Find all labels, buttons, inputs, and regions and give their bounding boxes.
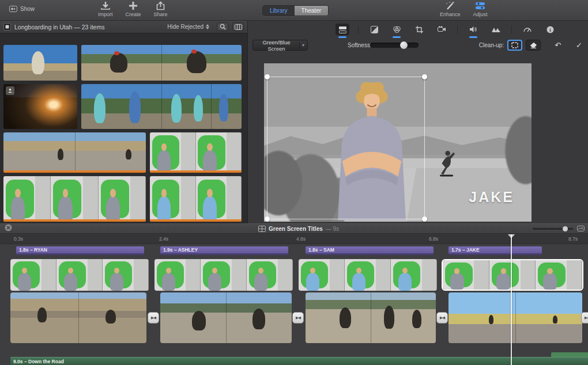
share-label: Share (154, 12, 168, 17)
slider-knob[interactable] (400, 41, 408, 49)
greenscreen-frame (196, 132, 242, 173)
tab-theater[interactable]: Theater (295, 6, 328, 16)
info-icon: i (546, 26, 554, 33)
timeline-pane: Green Screen Titles — 9s 0.3s 2.4s 4.6s … (0, 223, 588, 365)
volume-button[interactable] (466, 24, 480, 35)
greenscreen-frame (391, 259, 437, 291)
color-correction-button[interactable] (390, 24, 404, 35)
greenscreen-frame (51, 176, 98, 222)
greenscreen-clip-selected[interactable] (442, 259, 583, 291)
greenscreen-clip[interactable] (154, 259, 293, 291)
project-title-group: Green Screen Titles — 9s (258, 226, 339, 232)
selection-rectangle[interactable] (267, 77, 425, 219)
handle-top-right[interactable] (422, 74, 427, 79)
share-button[interactable]: Share (154, 1, 168, 17)
greenscreen-frame (103, 259, 149, 291)
video-clip[interactable] (10, 292, 146, 343)
video-clip[interactable] (448, 292, 582, 343)
softness-slider[interactable] (370, 43, 419, 48)
color-balance-button[interactable] (367, 24, 381, 35)
noise-reduction-button[interactable] (489, 24, 503, 35)
handle-bottom-left[interactable] (265, 216, 270, 222)
clip-thumbnail-skater-pose[interactable] (3, 45, 77, 81)
handle-bottom-right[interactable] (422, 216, 427, 222)
title-clip-ashley[interactable]: 1.9s – ASHLEY (160, 246, 288, 255)
create-label: Create (126, 12, 141, 17)
enhance-button[interactable]: Enhance (440, 1, 461, 17)
transition-badge[interactable]: ▶◀ (148, 312, 159, 324)
transition-badge[interactable]: ▶◀ (436, 312, 448, 324)
transition-badge[interactable]: ▶◀ (292, 312, 304, 324)
imovie-window: Show Import Create Share (0, 0, 588, 365)
clip-thumbnail-greenscreen[interactable] (3, 176, 146, 222)
skater-figure (384, 306, 394, 329)
clip-appearance-button[interactable] (577, 225, 585, 233)
clip-thumbnail-sunset[interactable] (3, 84, 77, 129)
keyword-badge (6, 86, 14, 95)
greenscreen-clip[interactable] (299, 259, 437, 291)
playhead-line[interactable] (511, 234, 512, 365)
greenscreen-frame (247, 259, 293, 291)
video-clip[interactable] (160, 292, 292, 343)
clip-thumbnail-greenscreen[interactable] (150, 176, 242, 222)
filter-dropdown[interactable]: Hide Rejected (164, 23, 213, 31)
overlay-settings-button[interactable] (336, 24, 349, 35)
close-icon (5, 224, 12, 231)
person-figure (157, 150, 171, 173)
crop-icon (416, 26, 423, 33)
apply-button[interactable]: ✓ (575, 41, 583, 49)
adjust-button[interactable]: Adjust (473, 1, 488, 17)
viewer-pane: i Green/Blue Screen ▾ Softness: Clean-up… (248, 21, 588, 223)
music-clip[interactable]: 9.0s – Down the Road (10, 357, 588, 365)
brush-right (496, 111, 532, 198)
zoom-slider-knob[interactable] (563, 226, 568, 231)
speed-button[interactable] (521, 24, 534, 35)
clip-thumbnail-greenscreen[interactable] (150, 132, 242, 173)
event-icon (3, 23, 11, 31)
zoom-slider[interactable] (533, 228, 573, 230)
cleanup-eraser-button[interactable] (526, 40, 541, 51)
title-clip-ryan[interactable]: 1.8s – RYAN (16, 246, 144, 255)
reset-button[interactable]: ↶ (553, 41, 562, 49)
person-figure (64, 273, 78, 291)
title-clip-jake[interactable]: 1.7s – JAKE (448, 246, 542, 255)
clip-thumbnail-group[interactable] (81, 84, 242, 129)
effect-type-dropdown[interactable]: Green/Blue Screen ▾ (252, 40, 308, 51)
project-grid-icon (258, 226, 266, 232)
close-project-button[interactable] (5, 224, 12, 233)
greenscreen-frame (489, 260, 536, 290)
create-button[interactable]: Create (126, 1, 141, 17)
stabilization-button[interactable] (435, 24, 448, 35)
show-button[interactable]: Show (6, 5, 38, 13)
crop-button[interactable] (412, 24, 426, 35)
greenscreen-frame (3, 176, 51, 222)
camera-icon (438, 26, 446, 33)
handle-top-left[interactable] (265, 74, 270, 79)
clip-thumbnail-red-helmet[interactable] (81, 45, 242, 81)
search-button[interactable] (217, 22, 228, 31)
tab-library[interactable]: Library (263, 6, 295, 16)
person-figure (306, 273, 320, 291)
greenscreen-clip[interactable] (10, 259, 149, 291)
filter-label: Hide Rejected (167, 24, 203, 30)
show-sidebar-icon (9, 6, 17, 12)
clip-size-button[interactable] (232, 22, 244, 31)
frame-divider (515, 292, 516, 343)
greenscreen-frame (443, 260, 489, 290)
transition-badge[interactable]: ▶◀ (581, 312, 588, 324)
time-ruler[interactable]: 0.3s 2.4s 4.6s 6.8s 8.7s (0, 234, 588, 244)
skater-figure (412, 310, 421, 328)
divider (457, 25, 458, 34)
person-figure (254, 273, 268, 291)
info-button[interactable]: i (543, 24, 557, 35)
clip-thumbnail-road[interactable] (3, 132, 146, 173)
browser-header: Longboarding in Utah — 23 items Hide Rej… (0, 21, 247, 33)
import-button[interactable]: Import (98, 1, 113, 17)
search-icon (220, 24, 226, 30)
title-clip-sam[interactable]: 1.8s – SAM (306, 246, 434, 255)
person-figure (162, 273, 176, 291)
music-clip-label: 9.0s – Down the Road (13, 359, 64, 364)
video-clip[interactable] (306, 292, 436, 343)
cleanup-crop-button[interactable] (507, 40, 522, 51)
skater-figure (110, 53, 127, 73)
